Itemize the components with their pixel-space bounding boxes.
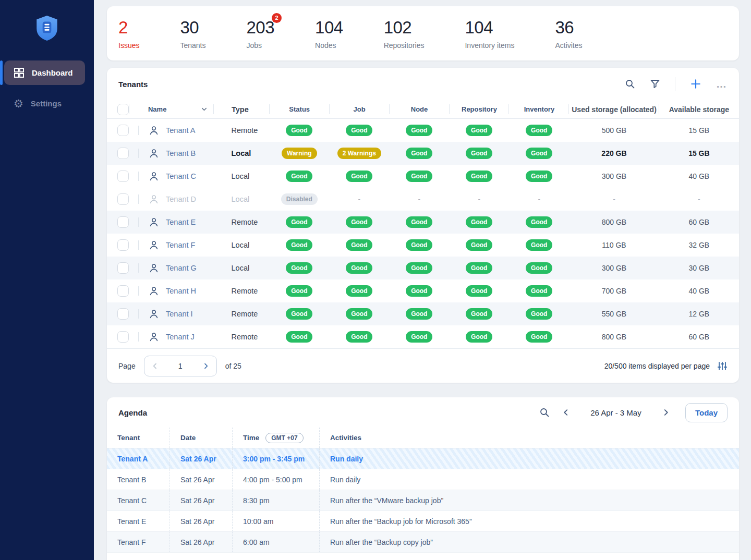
agenda-time: 10:00 am [232,511,319,531]
stat-value: 36 [555,18,574,38]
status-badge: Good [286,239,312,251]
page-label: Page [118,362,136,370]
agenda-row[interactable]: Tenant A Sat 26 Apr 3:00 pm - 3:45 pm Ru… [107,448,739,469]
add-tenant-icon[interactable] [690,78,701,90]
row-checkbox[interactable] [117,148,129,159]
prev-week-icon[interactable] [561,408,571,417]
next-week-icon[interactable] [661,408,671,417]
tenant-name-link[interactable]: Tenant I [166,310,193,318]
agenda-row[interactable]: Tenant F Sat 26 Apr 6:00 am Run after th… [107,532,739,553]
user-icon [148,285,160,297]
shield-logo-icon [34,15,59,42]
node-badge: Good [406,148,432,159]
agenda-column-date: Date [169,428,232,448]
user-icon [148,216,160,228]
stat-jobs[interactable]: 203 2 Jobs [247,18,275,50]
row-checkbox[interactable] [117,216,129,228]
prev-page-icon[interactable] [151,362,159,370]
used-storage: 300 GB [569,165,659,188]
row-checkbox[interactable] [117,331,129,343]
agenda-header: Agenda 26 Apr - 3 May Today [107,397,739,428]
column-node[interactable]: Node [390,100,450,118]
tenant-type: Remote [214,279,270,302]
repository-badge: Good [466,308,492,320]
stat-repositories[interactable]: 102 Repositories [384,18,425,50]
repository-badge: Good [466,262,492,274]
search-icon[interactable] [625,79,635,89]
agenda-date: Sat 26 Apr [169,532,232,552]
user-icon [148,148,160,159]
stat-nodes[interactable]: 104 Nodes [315,18,343,50]
tenant-name-link[interactable]: Tenant F [166,241,195,249]
row-checkbox[interactable] [117,285,129,297]
agenda-row[interactable]: Tenant E Sat 26 Apr 10:00 am Run after t… [107,511,739,532]
sidebar-item-settings[interactable]: ⚙ Settings [0,91,94,116]
today-button[interactable]: Today [685,403,728,422]
column-job[interactable]: Job [330,100,390,118]
column-status[interactable]: Status [270,100,330,118]
status-badge: Good [286,308,312,320]
filter-icon[interactable] [650,79,660,89]
row-checkbox[interactable] [117,308,129,320]
column-available-storage[interactable]: Available storage [659,100,739,118]
row-checkbox[interactable] [117,262,129,274]
agenda-tenant: Tenant C [107,490,169,510]
tenant-name-link[interactable]: Tenant G [166,264,197,272]
table-row[interactable]: Tenant F Local Good Good Good Good Good … [107,234,739,257]
tenant-name-link[interactable]: Tenant A [166,126,195,135]
column-inventory[interactable]: Inventory [509,100,569,118]
table-row[interactable]: Tenant G Local Good Good Good Good Good … [107,257,739,279]
column-type[interactable]: Type [214,100,270,118]
column-used-storage[interactable]: Used storage (allocated) [569,100,659,118]
table-row[interactable]: Tenant A Remote Good Good Good Good Good… [107,119,739,142]
table-row[interactable]: Tenant H Remote Good Good Good Good Good… [107,279,739,302]
agenda-search-icon[interactable] [539,407,550,418]
tenant-name-link[interactable]: Tenant J [166,333,195,341]
tenant-type: Remote [214,211,270,234]
tenant-name-link[interactable]: Tenant H [166,287,196,295]
sliders-icon[interactable] [717,361,728,371]
stat-activities[interactable]: 36 Activites [555,18,582,50]
agenda-row[interactable]: Tenant B Sat 26 Apr 4:00 pm - 5:00 pm Ru… [107,469,739,490]
used-storage: 300 GB [569,257,659,279]
column-name[interactable]: Name [129,100,214,118]
row-checkbox[interactable] [117,125,129,136]
table-row[interactable]: Tenant I Remote Good Good Good Good Good… [107,302,739,325]
table-row[interactable]: Tenant J Remote Good Good Good Good Good… [107,325,739,348]
agenda-row[interactable]: Tenant C Sat 26 Apr 8:30 pm Run after th… [107,490,739,511]
row-checkbox[interactable] [117,193,129,205]
tenant-name-link[interactable]: Tenant D [166,195,196,203]
stat-value: 104 [465,18,493,38]
select-all-checkbox[interactable] [117,104,129,115]
table-row[interactable]: Tenant B Local Warning 2 Warnings Good G… [107,142,739,165]
next-page-icon[interactable] [202,362,210,370]
user-icon [148,262,160,274]
column-repository[interactable]: Repository [450,100,510,118]
tenant-type: Remote [214,119,270,142]
user-icon [148,239,160,251]
tenant-name-link[interactable]: Tenant B [166,149,196,157]
status-badge: Good [286,331,312,343]
used-storage: 800 GB [569,325,659,348]
stat-inventory-items[interactable]: 104 Inventory items [465,18,514,50]
available-storage: - [659,188,739,211]
table-row[interactable]: Tenant C Local Good Good Good Good Good … [107,165,739,188]
stat-tenants[interactable]: 30 Tenants [180,18,205,50]
toolbar-divider [675,77,675,91]
job-badge: Good [346,125,372,136]
stat-issues[interactable]: 2 Issues [118,18,139,50]
table-row[interactable]: Tenant D Local Disabled - - - - - - [107,188,739,211]
more-options-icon[interactable]: … [716,78,728,90]
sidebar-item-dashboard[interactable]: Dashboard [4,60,85,85]
sort-chevron-icon[interactable] [201,106,208,113]
repository-badge: Good [466,171,492,182]
inventory-badge: Good [526,171,552,182]
status-badge: Good [286,262,312,274]
row-checkbox[interactable] [117,171,129,182]
tenant-name-link[interactable]: Tenant E [166,218,196,226]
inventory-badge: Good [526,216,552,228]
table-row[interactable]: Tenant E Remote Good Good Good Good Good… [107,211,739,234]
row-checkbox[interactable] [117,239,129,251]
agenda-date: Sat 26 Apr [169,490,232,510]
tenant-name-link[interactable]: Tenant C [166,172,196,180]
